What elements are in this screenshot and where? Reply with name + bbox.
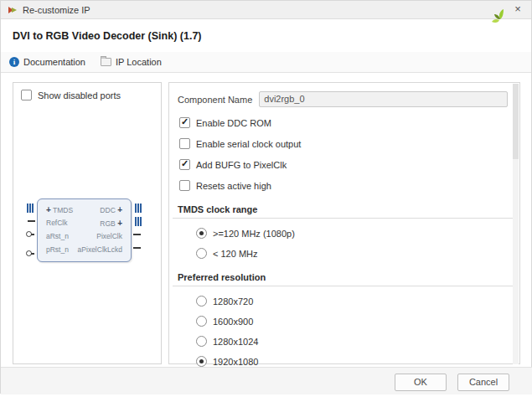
- customization-panel: Component Name dvi2rgb_0 ✓ Enable DDC RO…: [168, 82, 520, 364]
- lt-120mhz-radio[interactable]: [196, 248, 207, 259]
- preferred-resolution-title: Preferred resolution: [178, 272, 511, 282]
- dialog-window: Re-customize IP × DVI to RGB Video Decod…: [0, 0, 532, 394]
- radio-gte-120mhz[interactable]: >=120 MHz (1080p): [196, 228, 519, 239]
- port-apixelclklckd: aPixelClkLckd: [78, 245, 122, 254]
- gte-120mhz-radio[interactable]: [196, 228, 207, 239]
- port-rgb[interactable]: RGB +: [100, 219, 122, 228]
- info-icon: i: [9, 57, 19, 67]
- port-pixelclk: PixelClk: [96, 232, 122, 240]
- digilent-logo-icon: [489, 8, 511, 33]
- port-prst-n: pRst_n: [46, 245, 69, 254]
- dialog-header: DVI to RGB Video Decoder (Sink) (1.7): [1, 20, 531, 52]
- folder-icon: [101, 58, 111, 66]
- apixelclklckd-wire-pin-icon: [133, 247, 141, 249]
- prst-reset-pin-icon: [26, 250, 32, 256]
- scrollbar-thumb[interactable]: [513, 84, 519, 159]
- scrollbar[interactable]: [513, 84, 519, 364]
- ddc-bus-pin-icon: [135, 204, 142, 213]
- radio-1280x720[interactable]: 1280x720: [196, 296, 519, 307]
- radio-1920x1080[interactable]: 1920x1080: [196, 356, 519, 367]
- component-name-input[interactable]: dvi2rgb_0: [259, 91, 508, 107]
- add-bufg-checkbox[interactable]: ✓: [179, 159, 190, 170]
- radio-1600x900[interactable]: 1600x900: [196, 316, 519, 327]
- section-divider: [173, 286, 516, 286]
- recustomize-ip-dialog: Re-customize IP × DVI to RGB Video Decod…: [0, 0, 532, 402]
- radio-lt-120mhz[interactable]: < 120 MHz: [196, 248, 519, 259]
- documentation-button[interactable]: i Documentation: [9, 57, 85, 67]
- checkbox-enable-serial-clock[interactable]: ✓ Enable serial clock output: [179, 138, 519, 149]
- ip-title: DVI to RGB Video Decoder (Sink) (1.7): [13, 30, 202, 42]
- expand-icon: +: [46, 205, 51, 214]
- ip-toolbar: i Documentation IP Location: [1, 52, 531, 73]
- title-bar: Re-customize IP ×: [1, 1, 531, 19]
- checkbox-label: Add BUFG to PixelClk: [196, 160, 287, 170]
- radio-label: >=120 MHz (1080p): [213, 229, 295, 239]
- checkbox-label: Resets active high: [196, 181, 271, 191]
- resets-active-high-checkbox[interactable]: ✓: [179, 180, 190, 191]
- expand-icon: +: [117, 219, 122, 228]
- close-icon[interactable]: ×: [511, 3, 524, 16]
- refclk-wire-pin-icon: [28, 220, 35, 222]
- block-diagram: + TMDS DDC + RefClk RGB + aRst_n PixelCl…: [13, 83, 161, 363]
- checkbox-label: Enable serial clock output: [196, 139, 301, 149]
- radio-label: 1280x1024: [213, 337, 258, 347]
- radio-label: 1280x720: [213, 296, 253, 307]
- dialog-footer: OK Cancel: [1, 367, 532, 394]
- port-refclk: RefClk: [46, 219, 68, 227]
- checkbox-resets-active-high[interactable]: ✓ Resets active high: [179, 180, 519, 191]
- component-name-label: Component Name: [178, 95, 252, 105]
- rgb-bus-pin-icon: [135, 217, 142, 226]
- block-preview-panel: ✓ Show disabled ports + TMDS DDC +: [13, 82, 162, 364]
- tmds-clock-range-title: TMDS clock range: [178, 204, 511, 214]
- ok-button[interactable]: OK: [395, 374, 447, 391]
- arst-reset-pin-icon: [26, 231, 32, 237]
- ip-location-button[interactable]: IP Location: [101, 57, 162, 67]
- expand-icon: +: [117, 205, 122, 214]
- enable-serial-clock-checkbox[interactable]: ✓: [179, 138, 190, 149]
- section-divider: [173, 218, 516, 219]
- res-1280x1024-radio[interactable]: [196, 336, 207, 347]
- port-arst-n: aRst_n: [46, 232, 69, 240]
- checkbox-label: Enable DDC ROM: [196, 118, 271, 128]
- vivado-app-icon: [8, 5, 18, 15]
- radio-label: 1920x1080: [213, 357, 258, 367]
- radio-1280x1024[interactable]: 1280x1024: [196, 336, 519, 347]
- res-1600x900-radio[interactable]: [196, 316, 207, 327]
- cancel-button[interactable]: Cancel: [457, 374, 509, 391]
- res-1920x1080-radio[interactable]: [196, 356, 207, 367]
- ip-location-label: IP Location: [116, 57, 162, 67]
- checkbox-add-bufg[interactable]: ✓ Add BUFG to PixelClk: [179, 159, 519, 170]
- res-1280x720-radio[interactable]: [196, 296, 207, 307]
- port-ddc[interactable]: DDC +: [100, 205, 122, 214]
- window-title: Re-customize IP: [23, 5, 90, 15]
- documentation-label: Documentation: [23, 57, 85, 67]
- enable-ddc-rom-checkbox[interactable]: ✓: [179, 117, 190, 128]
- checkbox-enable-ddc-rom[interactable]: ✓ Enable DDC ROM: [179, 117, 519, 128]
- radio-label: 1600x900: [213, 317, 253, 327]
- ip-block: + TMDS DDC + RefClk RGB + aRst_n PixelCl…: [37, 198, 132, 262]
- component-name-row: Component Name dvi2rgb_0: [178, 91, 511, 107]
- tmds-bus-pin-icon: [27, 204, 34, 213]
- port-tmds[interactable]: + TMDS: [46, 205, 73, 214]
- radio-label: < 120 MHz: [213, 249, 258, 259]
- pixelclk-wire-pin-icon: [133, 234, 141, 235]
